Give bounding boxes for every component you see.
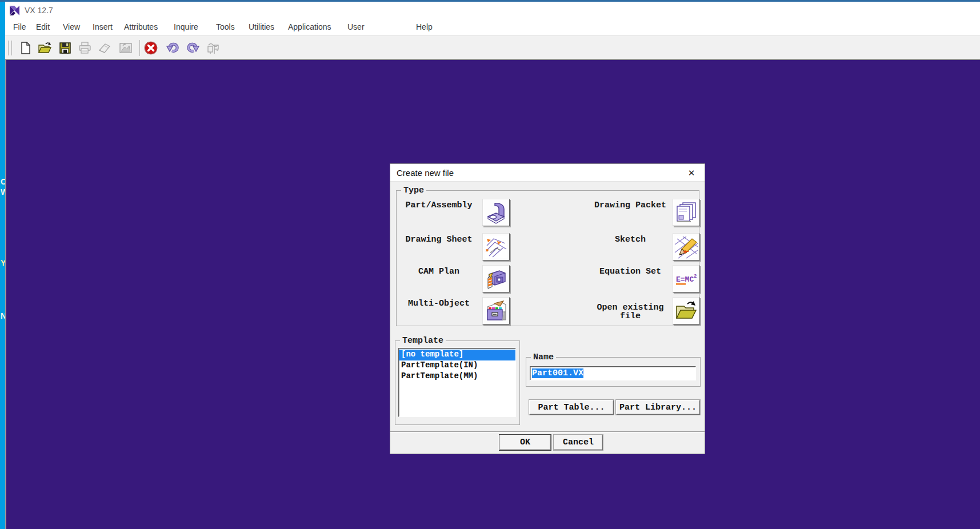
abort-icon[interactable] — [143, 40, 159, 56]
part-assembly-icon[interactable] — [482, 199, 510, 226]
template-group-label: Template — [400, 336, 446, 346]
type-label-open-existing-file: Open existing file — [588, 303, 673, 319]
cancel-button[interactable]: Cancel — [554, 435, 603, 450]
app-title: VX 12.7 — [25, 6, 53, 15]
menu-applications[interactable]: Applications — [288, 22, 331, 31]
multi-object-icon[interactable] — [482, 297, 510, 324]
part-table-button[interactable]: Part Table... — [529, 400, 614, 415]
create-new-file-dialog: Create new file ✕ Type Part/Assembly Dra… — [390, 163, 705, 454]
close-icon[interactable]: ✕ — [685, 167, 698, 179]
open-file-icon[interactable] — [37, 40, 53, 56]
type-label-multi-object: Multi-Object — [396, 299, 482, 308]
ok-button[interactable]: OK — [499, 435, 551, 450]
menu-view[interactable]: View — [63, 22, 80, 31]
drawing-packet-icon[interactable] — [673, 199, 700, 226]
menubar: File Edit View Insert Attributes Inquire… — [5, 19, 980, 35]
dialog-title: Create new file — [397, 168, 454, 178]
part-library-label: Part Library... — [619, 403, 697, 412]
ok-label: OK — [520, 438, 530, 447]
type-label-equation-set: Equation Set — [588, 267, 673, 276]
template-option-part-template-mm[interactable]: PartTemplate(MM) — [399, 371, 515, 382]
menu-user[interactable]: User — [347, 22, 365, 31]
clipped-text-fragment: Y — [1, 258, 5, 267]
toolbar-separator — [139, 40, 140, 56]
type-label-sketch: Sketch — [588, 235, 673, 245]
vx-logo-icon — [9, 5, 20, 16]
clipped-text-fragment: C — [1, 177, 5, 186]
save-icon[interactable] — [57, 40, 73, 56]
clipped-text-fragment: N — [1, 311, 5, 320]
type-label-cam-plan: CAM Plan — [396, 267, 482, 276]
clipped-text-fragment: W — [1, 187, 5, 197]
menu-attributes[interactable]: Attributes — [124, 22, 158, 31]
type-group-label: Type — [401, 186, 426, 195]
type-label-part-assembly: Part/Assembly — [396, 201, 482, 210]
menu-file[interactable]: File — [13, 22, 26, 31]
part-library-button[interactable]: Part Library... — [616, 400, 700, 415]
file-name-selected-text: Part001.VX — [532, 368, 583, 378]
file-name-input[interactable]: Part001.VX — [530, 366, 696, 380]
toolbar-grip[interactable] — [8, 41, 12, 55]
print-icon-disabled — [77, 40, 93, 56]
redo-icon[interactable] — [185, 40, 201, 56]
background-window-edge: C W Y N — [0, 2, 5, 529]
template-listbox[interactable]: [no template] PartTemplate(IN) PartTempl… — [398, 348, 516, 417]
sketch-icon[interactable] — [673, 233, 700, 261]
cam-plan-icon[interactable] — [482, 265, 510, 292]
app-titlebar: VX 12.7 — [5, 2, 980, 19]
toolbar — [5, 35, 980, 60]
template-option-no-template[interactable]: [no template] — [399, 350, 515, 360]
render-image-icon-disabled — [118, 40, 134, 56]
menu-insert[interactable]: Insert — [93, 22, 113, 31]
template-option-part-template-in[interactable]: PartTemplate(IN) — [399, 360, 515, 371]
menu-help[interactable]: Help — [416, 22, 433, 31]
type-label-drawing-packet: Drawing Packet — [588, 201, 673, 210]
batch-plot-icon-disabled — [205, 40, 221, 56]
new-file-icon[interactable] — [18, 40, 34, 56]
type-label-drawing-sheet: Drawing Sheet — [396, 235, 482, 245]
part-table-label: Part Table... — [538, 403, 605, 412]
erase-icon-disabled — [97, 40, 113, 56]
menu-inquire[interactable]: Inquire — [174, 22, 198, 31]
equation-set-icon[interactable]: E=MC 2 — [673, 265, 700, 292]
menu-edit[interactable]: Edit — [36, 22, 50, 31]
name-group-label: Name — [531, 352, 556, 362]
svg-text:E=MC: E=MC — [676, 275, 694, 284]
dialog-titlebar[interactable]: Create new file ✕ — [390, 164, 705, 182]
menu-tools[interactable]: Tools — [216, 22, 235, 31]
drawing-sheet-icon[interactable] — [482, 233, 510, 261]
undo-icon[interactable] — [165, 40, 181, 56]
dialog-footer-separator — [390, 431, 705, 432]
menu-utilities[interactable]: Utilities — [249, 22, 274, 31]
cancel-label: Cancel — [563, 438, 594, 447]
open-existing-file-icon[interactable] — [673, 297, 700, 324]
svg-text:2: 2 — [694, 274, 697, 279]
